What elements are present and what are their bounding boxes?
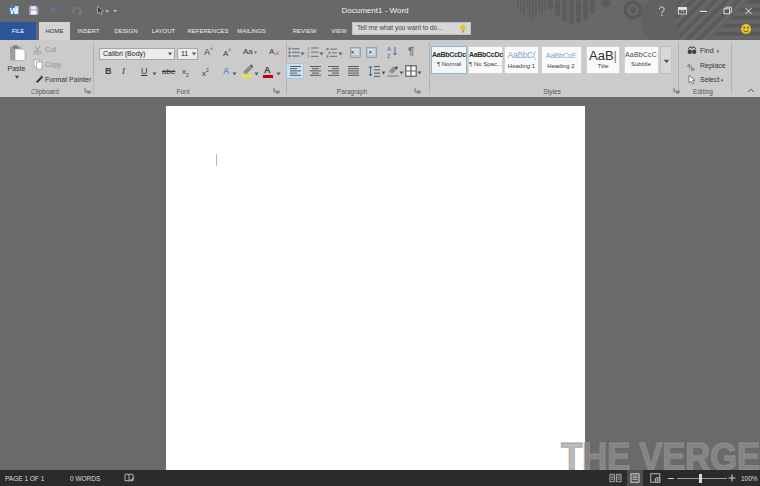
svg-text:3: 3 [307,54,310,58]
svg-text:A: A [387,46,391,52]
svg-text:W: W [10,6,19,16]
svg-text:Z: Z [387,53,391,59]
